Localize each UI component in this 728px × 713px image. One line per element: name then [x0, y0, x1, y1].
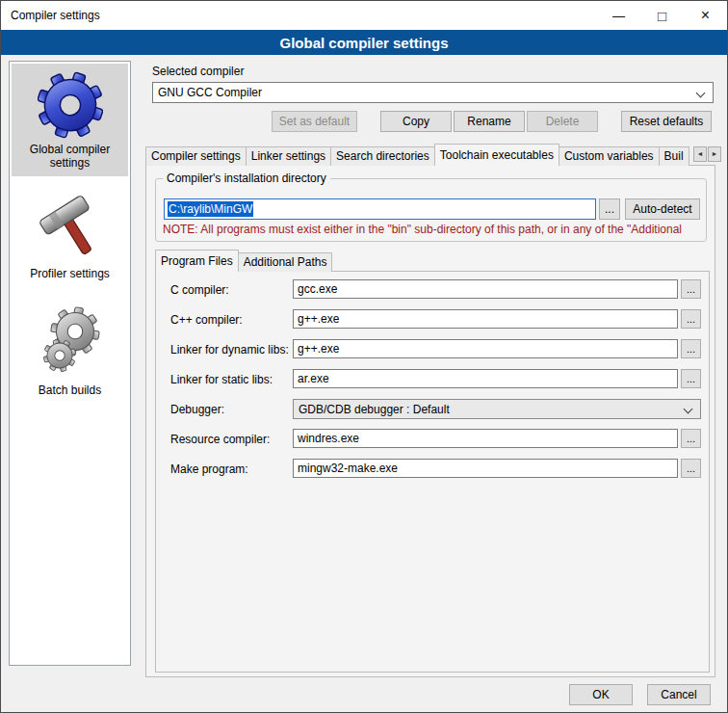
tab-program-files[interactable]: Program Files [155, 250, 239, 272]
settings-category-sidebar: Global compiler settings Profiler setti [9, 61, 131, 666]
sidebar-item-profiler-settings[interactable]: Profiler settings [12, 186, 128, 287]
ok-button[interactable]: OK [569, 684, 633, 705]
sidebar-item-label: Batch builds [39, 383, 101, 397]
make-program-label: Make program: [170, 462, 248, 476]
static-linker-input[interactable] [293, 369, 678, 388]
browse-button[interactable]: ... [681, 429, 701, 448]
compiler-select[interactable]: GNU GCC Compiler [152, 82, 714, 103]
delete-button: Delete [527, 111, 598, 132]
hammer-icon [39, 192, 101, 263]
resource-compiler-input[interactable] [293, 429, 678, 448]
browse-button[interactable]: ... [681, 339, 701, 358]
browse-button[interactable]: ... [681, 309, 701, 329]
set-as-default-button: Set as default [272, 111, 357, 132]
sidebar-item-label: Global compiler settings [13, 143, 126, 170]
minimize-icon[interactable]: — [597, 1, 640, 30]
titlebar: Compiler settings — □ × [1, 1, 727, 30]
dynamic-linker-input[interactable] [293, 339, 678, 358]
make-program-input[interactable] [293, 459, 678, 478]
tab-scroll-right-icon[interactable]: ► [708, 146, 721, 162]
chevron-down-icon [696, 89, 706, 98]
program-files-tabs: Program Files Additional Paths [155, 250, 444, 272]
installation-directory-label: Compiler's installation directory [163, 172, 330, 185]
tab-scroll-left-icon[interactable]: ◄ [693, 146, 707, 162]
tab-search-directories[interactable]: Search directories [330, 146, 435, 166]
tab-additional-paths[interactable]: Additional Paths [238, 252, 333, 272]
blue-gear-icon [38, 69, 103, 139]
tab-toolchain-executables[interactable]: Toolchain executables [434, 144, 559, 166]
close-icon[interactable]: × [684, 1, 727, 30]
cancel-button[interactable]: Cancel [647, 684, 711, 705]
compiler-tabs: Compiler settings Linker settings Search… [145, 144, 690, 166]
page-title: Global compiler settings [1, 30, 727, 55]
cpp-compiler-input[interactable] [293, 309, 678, 329]
sidebar-item-batch-builds[interactable]: Batch builds [12, 297, 128, 404]
compiler-select-value: GNU GCC Compiler [158, 86, 262, 99]
window-title: Compiler settings [11, 9, 100, 22]
selected-compiler-label: Selected compiler [152, 65, 244, 78]
installation-directory-value: C:\raylib\MinGW [168, 201, 253, 217]
debugger-select-value: GDB/CDB debugger : Default [299, 403, 450, 416]
auto-detect-button[interactable]: Auto-detect [625, 198, 700, 220]
browse-button[interactable]: ... [681, 279, 701, 299]
browse-button[interactable]: ... [681, 369, 701, 388]
dynamic-linker-label: Linker for dynamic libs: [170, 343, 289, 356]
debugger-select[interactable]: GDB/CDB debugger : Default [293, 399, 701, 419]
reset-defaults-button[interactable]: Reset defaults [621, 111, 712, 132]
debugger-label: Debugger: [170, 403, 224, 416]
browse-button[interactable]: ... [681, 459, 701, 478]
resource-compiler-label: Resource compiler: [170, 433, 270, 446]
browse-directory-button[interactable]: ... [599, 198, 620, 220]
cpp-compiler-label: C++ compiler: [170, 313, 243, 327]
chevron-down-icon [684, 405, 693, 414]
window-controls: — □ × [597, 1, 727, 30]
copy-button[interactable]: Copy [380, 111, 452, 132]
tab-linker-settings[interactable]: Linker settings [246, 146, 331, 166]
maximize-icon[interactable]: □ [640, 1, 684, 30]
tab-compiler-settings[interactable]: Compiler settings [145, 146, 247, 166]
tab-custom-variables[interactable]: Custom variables [559, 146, 660, 166]
sidebar-item-global-compiler-settings[interactable]: Global compiler settings [12, 64, 128, 176]
c-compiler-input[interactable] [293, 279, 678, 299]
c-compiler-label: C compiler: [170, 283, 229, 297]
installation-directory-input[interactable]: C:\raylib\MinGW [164, 198, 596, 220]
static-linker-label: Linker for static libs: [170, 373, 273, 386]
sidebar-item-label: Profiler settings [30, 267, 110, 280]
tab-build-options[interactable]: Buil [659, 146, 689, 166]
compiler-settings-window: Compiler settings — □ × Global compiler … [0, 0, 728, 713]
rename-button[interactable]: Rename [454, 111, 525, 132]
gray-gears-icon [37, 303, 104, 380]
note-text: NOTE: All programs must exist either in … [163, 223, 712, 236]
